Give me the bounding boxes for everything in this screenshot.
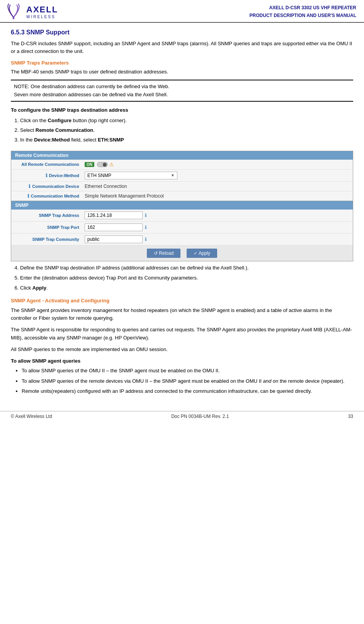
snmp-header: SNMP [11,201,353,210]
svg-point-0 [13,17,15,19]
step-1-bold: Configure [48,118,71,123]
bullets-list: To allow SNMP queries of the OMU II – th… [22,367,353,396]
toggle-on-badge: ON [85,162,94,167]
traps-intro: The MBF-40 sends SNMP traps to user defi… [11,68,353,76]
all-remote-row: All Remote Communications ON ⚠ [11,160,353,170]
section-title: 6.5.3 SNMP Support [11,29,353,36]
bullet-2-and: and [263,378,272,384]
footer-page: 33 [348,414,353,419]
remote-comm-body: All Remote Communications ON ⚠ ℹDevice:M… [11,160,353,201]
main-content: 6.5.3 SNMP Support The D-CSR includes SN… [0,23,364,404]
bullet-2: To allow SNMP queries of the remote devi… [22,377,353,385]
step-5: Enter the (destination address device) T… [20,274,353,282]
snmp-trap-address-input[interactable] [85,211,143,219]
note-box: NOTE: One destination address can curren… [11,80,353,101]
footer-doc: Doc PN 0034B-UM Rev. 2.1 [171,414,229,419]
step-2: Select Remote Communication. [20,126,353,135]
snmp-trap-port-input[interactable] [85,223,143,231]
comm-method-row: ℹCommunication Method Simple Network Man… [11,191,353,201]
footer-copyright: © Axell Wireless Ltd [11,414,52,419]
reload-button[interactable]: ↺ Reload [147,249,180,258]
snmp-trap-port-label: SNMP Trap Port [15,225,85,230]
header-title: AXELL D-CSR 3302 US VHF REPEATER PRODUCT… [250,4,356,19]
step-6: Click Apply. [20,284,353,292]
note-line2: Seven more destination addresses can be … [14,91,350,99]
step-2-bold: Remote Communication [36,127,94,133]
step-1: Click on the Configure button (top right… [20,116,353,125]
snmp-trap-address-label: SNMP Trap Address [15,213,85,218]
remote-comm-header: Remote Communication [11,151,353,160]
info-icon-4: ℹ [145,213,147,218]
bullet-1: To allow SNMP queries of the OMU II – th… [22,367,353,375]
snmp-trap-community-input[interactable] [85,235,143,243]
warning-icon: ⚠ [109,162,114,167]
snmp-buttons-row: ↺ Reload ✓ Apply [11,246,353,261]
steps-list: Click on the Configure button (top right… [20,116,353,145]
step-3: In the Device:Method field, select ETH:S… [20,135,353,144]
snmp-trap-address-row: SNMP Trap Address ℹ [11,210,353,222]
bullet-3: Remote units(repeaters) configured with … [22,387,353,396]
configure-title: To configure the SNMP traps destination … [11,107,353,113]
agent-para2: The SNMP Agent is responsible for respon… [11,326,353,341]
note-line1: NOTE: One destination address can curren… [14,83,350,90]
step-3-bold2: ETH:SNMP [98,137,124,143]
apply-button[interactable]: ✓ Apply [187,249,217,258]
device-method-select[interactable]: ETH SNMP ▼ [85,172,177,179]
snmp-trap-port-row: SNMP Trap Port ℹ [11,222,353,234]
allow-snmp-title: To allow SNMP agent queries [11,358,353,364]
comm-device-label: ℹCommunication Device [15,184,85,189]
device-method-row: ℹDevice:Method ETH SNMP ▼ [11,170,353,182]
snmp-trap-community-label: SNMP Trap Community [15,237,85,242]
info-icon-2: ℹ [29,184,31,189]
remote-comm-panel: Remote Communication All Remote Communic… [11,151,353,261]
comm-method-value: Simple Network Management Protocol [85,193,164,199]
device-method-select-value: ETH SNMP [87,173,111,178]
snmp-trap-community-row: SNMP Trap Community ℹ [11,234,353,246]
info-icon-5: ℹ [145,225,147,230]
logo-text: AXELL WIRELESS [26,5,58,19]
info-icon-6: ℹ [145,237,147,242]
select-arrow: ▼ [171,173,175,177]
comm-device-row: ℹCommunication Device Ethernet Connectio… [11,182,353,191]
info-icon-1: ℹ [46,173,48,178]
page-footer: © Axell Wireless Ltd Doc PN 0034B-UM Rev… [0,411,364,421]
device-method-label: ℹDevice:Method [15,173,85,178]
info-icon-3: ℹ [27,193,29,199]
axell-logo-icon [4,3,23,20]
page-header: AXELL WIRELESS AXELL D-CSR 3302 US VHF R… [0,0,364,23]
intro-text: The D-CSR includes SNMP support, includi… [11,40,353,55]
all-remote-label: All Remote Communications [15,162,85,167]
logo-name: AXELL [26,5,58,15]
snmp-panel: SNMP SNMP Trap Address ℹ SNMP Trap Port … [11,201,353,261]
traps-subtitle: SNMP Traps Parameters [11,60,353,66]
step-3-bold1: Device:Method [34,137,70,143]
step-4: Define the SNMP trap destination IP addr… [20,264,353,272]
step-6-apply-bold: Apply [32,285,46,291]
agent-para3: All SNMP queries to the remote are imple… [11,346,353,353]
steps-below-list: Define the SNMP trap destination IP addr… [20,264,353,292]
logo-wireless: WIRELESS [26,15,58,19]
all-remote-value: ON ⚠ [85,162,114,167]
agent-para1: The SNMP agent provides inventory manage… [11,307,353,322]
agent-section-title: SNMP Agent - Activating and Configuring [11,298,353,303]
logo-area: AXELL WIRELESS [4,3,58,20]
snmp-body: SNMP Trap Address ℹ SNMP Trap Port ℹ SNM… [11,210,353,261]
comm-method-label: ℹCommunication Method [15,193,85,199]
comm-device-value: Ethernet Connection [85,184,127,189]
